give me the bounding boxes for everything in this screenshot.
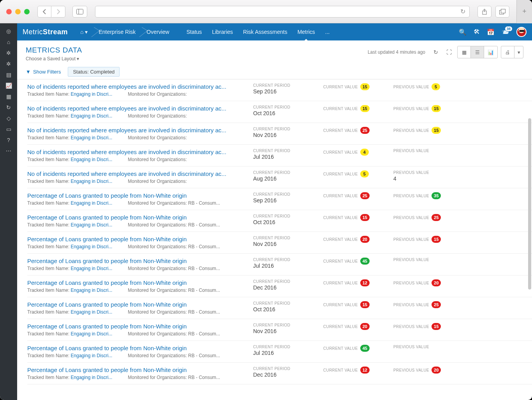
metric-title-link[interactable]: No of incidents reported where employees… [27, 105, 245, 112]
period-value: Oct 2016 [253, 110, 323, 116]
rail-gear-icon[interactable]: ✲ [5, 49, 12, 57]
rail-focus-icon[interactable]: ◇ [5, 114, 12, 122]
print-dropdown[interactable]: ▾ [514, 46, 523, 58]
tracked-item-link[interactable]: Engaging in Discri... [71, 135, 113, 140]
rail-grid-icon[interactable]: ▦ [5, 93, 12, 100]
previous-value: PREVIOUS VALUE 35 [393, 192, 463, 199]
new-tab-button[interactable]: + [516, 0, 532, 23]
previous-value-pill: 35 [432, 192, 441, 199]
share-button[interactable] [477, 6, 491, 18]
maximize-window-icon[interactable] [24, 9, 30, 14]
current-value-pill: 25 [360, 192, 370, 199]
reload-icon[interactable]: ↻ [460, 8, 465, 15]
saved-layout-dropdown[interactable]: Choose a Saved Layout ▾ [26, 56, 82, 61]
previous-value-pill: 15 [432, 236, 441, 243]
metric-title-link[interactable]: Percentage of Loans granted to people fr… [27, 323, 245, 330]
nav-tab-metrics[interactable]: Metrics [297, 25, 316, 39]
breadcrumb-home[interactable]: ⌂ ▾ [75, 26, 93, 37]
tabs-button[interactable] [495, 6, 509, 18]
tracked-item-link[interactable]: Engaging in Discri... [71, 157, 113, 162]
nav-tab-more[interactable]: ... [324, 25, 331, 39]
rail-report-icon[interactable]: ▤ [5, 71, 12, 79]
rail-card-icon[interactable]: ▭ [5, 125, 12, 133]
search-icon[interactable]: 🔍 [459, 28, 467, 36]
show-filters-toggle[interactable]: ▼ Show Filters [26, 69, 61, 75]
tracked-item-link[interactable]: Engaging in Discri... [71, 353, 113, 358]
metric-title-link[interactable]: Percentage of Loans granted to people fr… [27, 345, 245, 351]
inbox-icon[interactable]: 📨38 [502, 28, 509, 36]
previous-value: PREVIOUS VALUE 15 [393, 127, 463, 134]
rail-sync-icon[interactable]: ↻ [5, 104, 12, 111]
rail-chart-icon[interactable]: 📈 [5, 82, 12, 89]
rail-settings-icon[interactable]: ✲ [5, 60, 12, 68]
current-value-pill: 12 [360, 279, 370, 286]
close-window-icon[interactable] [6, 9, 12, 14]
metric-title-link[interactable]: No of incidents reported where employees… [27, 83, 245, 90]
tracked-item-link[interactable]: Engaging in Discri... [71, 375, 113, 380]
address-bar[interactable]: ↻ [95, 6, 470, 18]
user-avatar[interactable] [516, 27, 527, 37]
previous-value: PREVIOUS VALUE 20 [393, 279, 463, 286]
metric-title-link[interactable]: Percentage of Loans granted to people fr… [27, 236, 245, 242]
metric-title-link[interactable]: Percentage of Loans granted to people fr… [27, 258, 245, 264]
grid-view-button[interactable]: ▦ [458, 46, 471, 58]
print-button[interactable]: 🖨 [501, 46, 514, 58]
period-value: Sep 2016 [253, 197, 323, 204]
metric-title-link[interactable]: Percentage of Loans granted to people fr… [27, 367, 245, 373]
metric-title-link[interactable]: No of incidents reported where employees… [27, 170, 245, 177]
calendar-icon[interactable]: 📅 [487, 28, 495, 36]
tracked-item-link[interactable]: Engaging in Discri... [71, 113, 113, 119]
rail-home-icon[interactable]: ⌂ [5, 38, 12, 46]
metric-title-link[interactable]: Percentage of Loans granted to people fr… [27, 279, 245, 286]
period-label: CURRENT PERIOD [253, 105, 323, 109]
metric-subtitle: Tracked Item Name: Engaging in Discri...… [27, 200, 245, 206]
tracked-item-link[interactable]: Engaging in Discri... [71, 244, 113, 249]
metric-title-link[interactable]: No of incidents reported where employees… [27, 149, 245, 155]
metric-subtitle: Tracked Item Name: Engaging in Discri...… [27, 222, 245, 228]
scrollbar-thumb[interactable] [528, 118, 531, 289]
tracked-item-link[interactable]: Engaging in Discri... [71, 266, 113, 271]
tools-icon[interactable]: 🛠 [474, 28, 480, 35]
current-value-pill: 15 [360, 301, 370, 308]
rail-dashboard-icon[interactable]: ◎ [5, 27, 12, 35]
metrics-list[interactable]: No of incidents reported where employees… [17, 79, 532, 400]
tracked-item-link[interactable]: Engaging in Discri... [71, 200, 113, 206]
forward-button[interactable] [51, 6, 65, 18]
current-value-pill: 45 [360, 345, 370, 352]
nav-tab-libraries[interactable]: Libraries [211, 25, 234, 39]
breadcrumb-overview[interactable]: Overview [141, 26, 174, 37]
previous-value: 4 [393, 175, 463, 182]
tracked-item-link[interactable]: Engaging in Discri... [71, 309, 113, 315]
breadcrumb-enterprise-risk[interactable]: Enterprise Risk [93, 26, 141, 37]
metric-title-link[interactable]: Percentage of Loans granted to people fr… [27, 301, 245, 308]
rail-help-icon[interactable]: ? [5, 136, 12, 144]
previous-value: PREVIOUS VALUE [393, 258, 463, 262]
tracked-item-link[interactable]: Engaging in Discri... [71, 288, 113, 293]
tracked-item-link[interactable]: Engaging in Discri... [71, 222, 113, 228]
fullscreen-icon[interactable]: ⛶ [444, 47, 454, 57]
previous-value: PREVIOUS VALUE 15 [393, 323, 463, 330]
period-value: Dec 2016 [253, 372, 323, 378]
metric-title-link[interactable]: Percentage of Loans granted to people fr… [27, 214, 245, 221]
metric-row: No of incidents reported where employees… [27, 145, 532, 167]
period-label: CURRENT PERIOD [253, 236, 323, 240]
sidebar-toggle-button[interactable] [72, 6, 87, 18]
nav-tab-risk-assessments[interactable]: Risk Assessments [242, 25, 288, 39]
current-value: CURRENT VALUE 20 [323, 323, 393, 330]
metric-title-link[interactable]: Percentage of Loans granted to people fr… [27, 192, 245, 199]
back-button[interactable] [37, 6, 51, 18]
refresh-icon[interactable]: ↻ [431, 47, 441, 57]
tracked-item-link[interactable]: Engaging in Discri... [71, 179, 113, 184]
nav-tab-status[interactable]: Status [186, 25, 203, 39]
brand-logo[interactable]: MetricStream [23, 28, 68, 36]
tracked-item-link[interactable]: Engaging in Discri... [71, 331, 113, 337]
tracked-item-link[interactable]: Engaging in Discri... [71, 91, 113, 97]
list-view-button[interactable]: ☰ [471, 46, 484, 58]
current-value-pill: 15 [360, 83, 370, 90]
chart-view-button[interactable]: 📊 [484, 46, 497, 58]
filter-chip-status[interactable]: Status: Completed [68, 67, 120, 77]
rail-more-icon[interactable]: ⋯ [5, 147, 12, 155]
minimize-window-icon[interactable] [15, 9, 21, 14]
metric-title-link[interactable]: No of incidents reported where employees… [27, 127, 245, 133]
inbox-badge: 38 [505, 26, 513, 32]
